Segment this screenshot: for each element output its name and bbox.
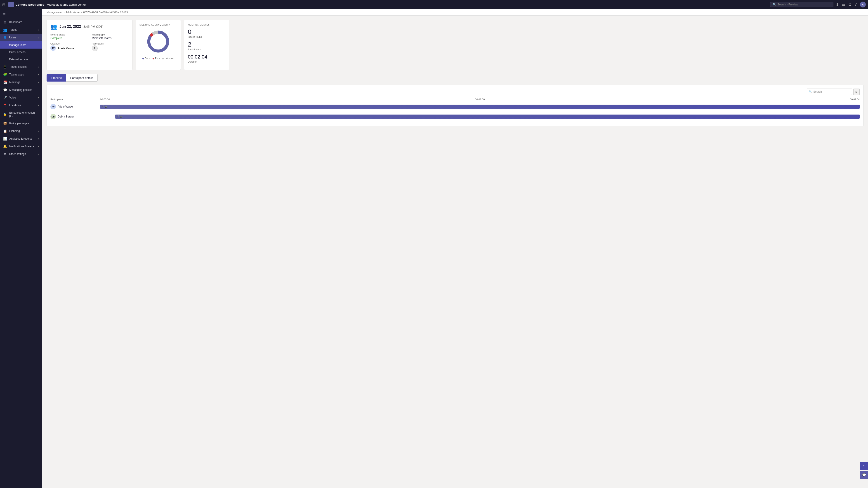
messaging-icon: 💬 [3,88,7,92]
sidebar-toggle[interactable]: ≡ [0,9,42,18]
mic-icon: 🎤 [117,116,119,118]
timeline-search-box[interactable]: 🔍 [807,89,852,95]
debra-track: 🎤 📷 [100,115,860,119]
organizer-avatar: AV [51,45,56,51]
chevron-down-icon: ▾ [38,104,39,107]
floating-feedback-button[interactable]: 💬 [860,471,868,479]
sidebar-item-notifications[interactable]: 🔔 Notifications & alerts ▾ [0,142,42,150]
download-icon[interactable]: ⬇ [836,2,839,7]
filter-icon: ⊟ [855,90,858,93]
participants-stat: 2 Participants [188,41,225,51]
search-icon: 🔍 [773,3,776,6]
floating-buttons: ✦ 💬 [860,462,868,479]
sidebar-item-meetings[interactable]: 📅 Meetings ▾ [0,78,42,86]
brand-name: Contoso Electronics [16,3,44,6]
adele-track: 🎤 📷 [100,105,860,109]
sidebar-item-users[interactable]: 👤 Users ▴ [0,34,42,41]
cards-row: 👥 Jun 22, 2022 3:45 PM CDT Meeting statu… [46,20,864,70]
chevron-down-icon: ▾ [38,145,39,148]
status-label: Meeting status [51,33,87,36]
tab-participant-details[interactable]: Participant details [66,74,98,82]
user-avatar[interactable]: A [860,2,866,7]
devices-icon: 📱 [3,65,7,69]
legend-poor-dot [153,58,154,59]
breadcrumb: Manage users › Adele Vance › 05579c42-08… [42,9,868,15]
participant-info-adele: AV Adele Vance [51,104,100,109]
sidebar-label: Teams apps [9,73,35,76]
participants-badge: 2 [92,45,98,51]
camera-icon: 📷 [120,116,123,118]
sidebar-item-external-access[interactable]: External access [0,56,42,63]
audio-quality-card: MEETING AUDIO QUALITY [135,20,181,70]
meeting-status-group: Meeting status Complete [51,33,87,40]
donut-svg [146,29,170,54]
sidebar-item-guest-access[interactable]: Guest access [0,48,42,56]
sidebar-item-dashboard[interactable]: ⊞ Dashboard [0,18,42,26]
breadcrumb-manage-users[interactable]: Manage users [46,11,62,13]
main-layout: ≡ ⊞ Dashboard 👥 Teams ▾ 👤 Users ▴ Manage… [0,9,868,488]
participants-label: Participants [92,42,129,45]
analytics-icon: 📊 [3,137,7,140]
global-search[interactable]: 🔍 [770,2,833,7]
settings-icon[interactable]: ⚙ [848,2,851,7]
donut-chart [146,29,170,54]
window-icon[interactable]: ▭ [842,2,845,7]
time-column-headers: 00:00:00 00:01:00 00:02:04 [100,98,860,101]
sidebar-item-other-settings[interactable]: ⚙ Other settings ▾ [0,150,42,158]
voice-icon: 🎤 [3,96,7,99]
floating-chat-button[interactable]: ✦ [860,462,868,470]
duration-stat: 00:02:04 Duration [188,54,225,63]
chart-legend: Good Poor Unknown [143,57,174,60]
app-title: Microsoft Teams admin center [47,3,768,6]
filter-button[interactable]: ⊟ [853,89,860,95]
breadcrumb-meeting-id: 05579c42-08c5-4568-ab4f-917ab28ef05d [83,11,129,13]
policy-icon: 📦 [3,122,7,125]
status-value: Complete [51,37,62,40]
meeting-info-card: 👥 Jun 22, 2022 3:45 PM CDT Meeting statu… [46,20,132,70]
adele-avatar: AV [51,104,56,109]
participant-row-adele[interactable]: AV Adele Vance 🎤 📷 [51,103,860,111]
sidebar-item-voice[interactable]: 🎤 Voice ▾ [0,94,42,101]
legend-unknown: Unknown [162,57,174,60]
sidebar-item-encryption[interactable]: 🔒 Enhanced encryption p... [0,109,42,120]
brand: T Contoso Electronics [8,2,44,7]
participant-row-debra[interactable]: DB Debra Berger 🎤 📷 [51,112,860,121]
issues-found-label: Issues found [188,35,225,38]
legend-good: Good [143,57,150,60]
tab-timeline[interactable]: Timeline [46,74,66,82]
sidebar-label: Other settings [9,153,35,156]
timeline-search-input[interactable] [813,90,850,93]
sidebar-label: Planning [9,129,35,133]
sidebar-item-teams-apps[interactable]: 🧩 Teams apps ▾ [0,71,42,78]
search-icon: 🔍 [809,90,812,93]
users-icon: 👤 [3,36,7,39]
chevron-down-icon: ▾ [38,138,39,140]
feedback-icon: 💬 [862,473,866,477]
meeting-header: 👥 Jun 22, 2022 3:45 PM CDT [51,24,129,30]
sidebar-item-teams-devices[interactable]: 📱 Teams devices ▾ [0,63,42,71]
topbar: ⊞ T Contoso Electronics Microsoft Teams … [0,0,868,9]
sidebar-item-planning[interactable]: 📋 Planning ▾ [0,127,42,135]
meetings-icon: 📅 [3,80,7,84]
apps-icon: 🧩 [3,73,7,76]
sidebar-item-policy-packages[interactable]: 📦 Policy packages [0,120,42,127]
sidebar-label: Voice [9,96,35,99]
search-input[interactable] [777,3,831,6]
sidebar-item-manage-users[interactable]: Manage users [0,41,42,48]
help-icon[interactable]: ? [855,2,857,6]
sidebar-item-teams[interactable]: 👥 Teams ▾ [0,26,42,34]
meeting-datetime: Jun 22, 2022 3:45 PM CDT [59,25,103,29]
time-end: 00:02:04 [850,98,860,101]
sidebar-label: Dashboard [9,21,39,24]
waffle-icon[interactable]: ⊞ [2,2,5,7]
sidebar-label: External access [9,58,39,61]
sidebar-item-messaging[interactable]: 💬 Messaging policies [0,86,42,94]
sidebar-label: Teams [9,28,35,31]
sidebar: ≡ ⊞ Dashboard 👥 Teams ▾ 👤 Users ▴ Manage… [0,9,42,488]
sidebar-item-analytics[interactable]: 📊 Analytics & reports ▾ [0,135,42,142]
breadcrumb-user-name[interactable]: Adele Vance [66,11,80,13]
chevron-down-icon: ▾ [38,29,39,31]
issues-found-number: 0 [188,29,225,35]
notifications-icon: 🔔 [3,144,7,148]
sidebar-item-locations[interactable]: 📍 Locations ▾ [0,101,42,109]
